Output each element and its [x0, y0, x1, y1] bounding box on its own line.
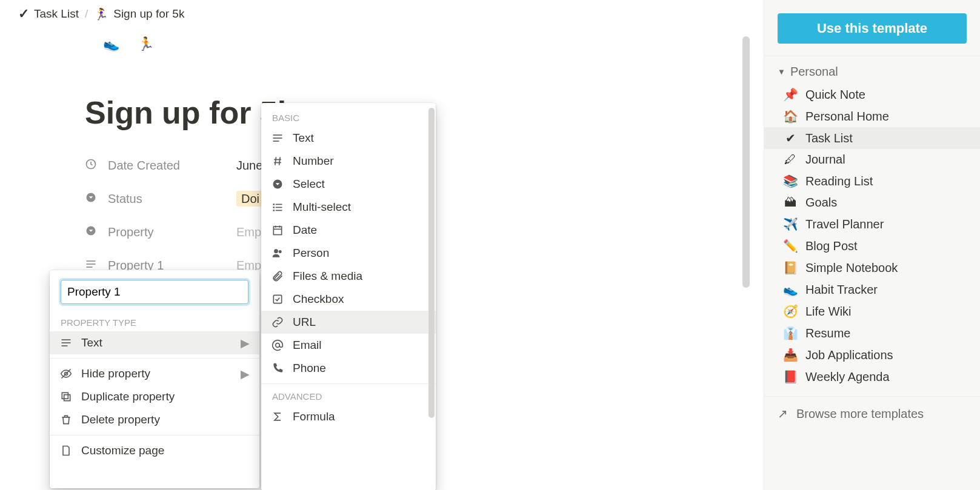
type-option-text[interactable]: Text	[261, 127, 436, 150]
menu-item-label: Date	[293, 223, 317, 237]
type-option-select[interactable]: Select	[261, 173, 436, 196]
duplicate-property-item[interactable]: Duplicate property	[50, 385, 259, 408]
property-value[interactable]: Doi	[236, 192, 264, 206]
circle-chevron-icon	[85, 225, 99, 240]
template-item-travel-planner[interactable]: ✈️Travel Planner	[764, 213, 980, 235]
property-label: Property	[108, 225, 154, 239]
property-value[interactable]: Emp	[236, 225, 261, 239]
template-label: Blog Post	[805, 239, 858, 253]
svg-rect-8	[62, 345, 68, 346]
svg-rect-7	[62, 342, 71, 343]
property-label: Status	[108, 192, 142, 206]
template-label: Simple Notebook	[805, 261, 898, 275]
type-option-formula[interactable]: Formula	[261, 405, 436, 428]
eye-off-icon	[59, 368, 73, 380]
divider	[50, 435, 259, 435]
breadcrumb-page-label: Sign up for 5k	[113, 7, 184, 21]
at-icon	[271, 339, 284, 351]
hide-property-item[interactable]: Hide property ▶	[50, 362, 259, 385]
type-option-number[interactable]: Number	[261, 150, 436, 173]
content-scrollbar[interactable]	[742, 36, 750, 288]
template-item-weekly-agenda[interactable]: 📕Weekly Agenda	[764, 366, 980, 388]
menu-item-label: Person	[293, 247, 329, 260]
property-name-input[interactable]	[61, 280, 248, 304]
template-label: Resume	[805, 326, 850, 340]
template-label: Reading List	[805, 174, 873, 188]
svg-rect-5	[87, 267, 93, 268]
template-item-habit-tracker[interactable]: 👟Habit Tracker	[764, 279, 980, 300]
menu-item-label: Duplicate property	[81, 390, 175, 403]
menu-item-label: Multi-select	[293, 200, 351, 214]
svg-point-32	[279, 250, 282, 253]
type-option-url[interactable]: URL	[261, 311, 436, 334]
template-emoji-icon: 📕	[782, 369, 798, 384]
breadcrumb-page[interactable]: 🏃‍♀️ Sign up for 5k	[94, 7, 184, 21]
type-option-date[interactable]: Date	[261, 219, 436, 242]
template-item-quick-note[interactable]: 📌Quick Note	[764, 84, 980, 105]
svg-rect-4	[87, 263, 96, 265]
template-item-life-wiki[interactable]: 🧭Life Wiki	[764, 300, 980, 322]
svg-line-19	[279, 157, 281, 165]
template-label: Goals	[805, 196, 837, 210]
use-template-button[interactable]: Use this template	[778, 13, 967, 44]
svg-rect-14	[273, 137, 282, 139]
sidebar-section-header[interactable]: ▼ Personal	[764, 65, 980, 84]
divider	[50, 358, 259, 359]
template-item-goals[interactable]: 🏔Goals	[764, 192, 980, 213]
sidebar-section-label: Personal	[790, 65, 838, 79]
template-item-personal-home[interactable]: 🏠Personal Home	[764, 105, 980, 127]
template-label: Journal	[805, 153, 845, 167]
type-option-email[interactable]: Email	[261, 334, 436, 357]
menu-item-label: Files & media	[293, 270, 362, 283]
breadcrumb-root[interactable]: ✓ Task List	[18, 6, 79, 22]
template-item-journal[interactable]: 🖊Journal	[764, 149, 980, 170]
template-emoji-icon: ✈️	[782, 217, 798, 231]
svg-line-18	[275, 157, 276, 165]
link-icon	[271, 316, 284, 328]
delete-property-item[interactable]: Delete property	[50, 408, 259, 431]
property-value[interactable]: June	[236, 159, 262, 173]
svg-rect-33	[273, 295, 281, 303]
menu-item-label: Number	[293, 154, 334, 168]
template-emoji-icon: 🏔	[782, 196, 798, 210]
property-type-row[interactable]: Text ▶	[50, 331, 259, 354]
circle-chevron-icon	[85, 191, 99, 207]
list-icon	[271, 201, 284, 213]
sidebar-section-personal: ▼ Personal 📌Quick Note🏠Personal Home✔Tas…	[764, 56, 980, 396]
submenu-scrollbar[interactable]	[428, 108, 435, 418]
phone-icon	[271, 362, 284, 374]
property-type-label: Text	[81, 336, 102, 349]
type-option-files[interactable]: Files & media	[261, 265, 436, 288]
template-emoji-icon: ✔	[782, 131, 798, 145]
template-item-reading-list[interactable]: 📚Reading List	[764, 170, 980, 192]
template-label: Personal Home	[805, 110, 889, 124]
template-item-task-list[interactable]: ✔Task List	[764, 127, 980, 149]
calendar-icon	[271, 224, 284, 236]
template-label: Habit Tracker	[805, 283, 878, 297]
property-label: Date Created	[108, 159, 180, 173]
template-item-blog-post[interactable]: ✏️Blog Post	[764, 235, 980, 257]
arrow-out-icon: ↗	[778, 406, 788, 421]
svg-rect-21	[273, 204, 275, 205]
type-option-checkbox[interactable]: Checkbox	[261, 288, 436, 311]
svg-rect-27	[273, 227, 281, 234]
type-option-person[interactable]: Person	[261, 242, 436, 265]
type-option-phone[interactable]: Phone	[261, 357, 436, 380]
customize-page-item[interactable]: Customize page	[50, 439, 259, 462]
page-icon	[59, 445, 73, 457]
template-item-job-applications[interactable]: 📥Job Applications	[764, 344, 980, 366]
divider	[261, 383, 436, 384]
template-emoji-icon: 📚	[782, 174, 798, 188]
clock-icon	[85, 158, 99, 173]
browse-more-templates[interactable]: ↗ Browse more templates	[764, 396, 980, 431]
chevron-right-icon: ▶	[241, 336, 250, 350]
menu-item-label: Select	[293, 177, 325, 191]
menu-item-label: Delete property	[81, 413, 160, 426]
svg-rect-22	[276, 204, 282, 205]
svg-rect-24	[276, 207, 282, 208]
paperclip-icon	[271, 270, 284, 282]
svg-rect-23	[273, 207, 275, 208]
template-item-resume[interactable]: 👔Resume	[764, 322, 980, 344]
type-option-multiselect[interactable]: Multi-select	[261, 196, 436, 219]
template-item-simple-notebook[interactable]: 📔Simple Notebook	[764, 257, 980, 279]
